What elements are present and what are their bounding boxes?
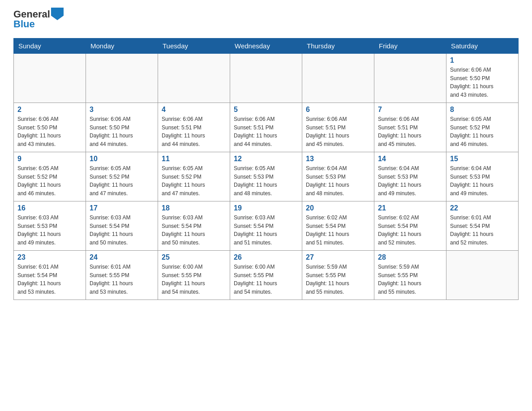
- day-info: Sunrise: 6:04 AM Sunset: 5:53 PM Dayligh…: [306, 164, 370, 197]
- day-number: 24: [90, 253, 154, 261]
- day-number: 10: [90, 155, 154, 163]
- day-number: 9: [17, 155, 82, 163]
- day-number: 20: [306, 204, 370, 212]
- day-number: 19: [234, 204, 298, 212]
- day-info: Sunrise: 6:03 AM Sunset: 5:53 PM Dayligh…: [17, 214, 82, 247]
- calendar-cell: 12Sunrise: 6:05 AM Sunset: 5:53 PM Dayli…: [230, 152, 302, 201]
- day-number: 11: [162, 155, 226, 163]
- weekday-header-wednesday: Wednesday: [230, 39, 302, 54]
- day-number: 8: [450, 106, 515, 114]
- calendar-cell: [230, 54, 302, 103]
- day-number: 13: [306, 155, 370, 163]
- day-info: Sunrise: 6:06 AM Sunset: 5:51 PM Dayligh…: [378, 115, 442, 148]
- calendar-cell: [158, 54, 230, 103]
- day-number: 21: [378, 204, 442, 212]
- calendar-cell: 22Sunrise: 6:01 AM Sunset: 5:54 PM Dayli…: [446, 201, 519, 251]
- day-number: 7: [378, 106, 442, 114]
- calendar-cell: 4Sunrise: 6:06 AM Sunset: 5:51 PM Daylig…: [158, 103, 230, 152]
- day-info: Sunrise: 6:04 AM Sunset: 5:53 PM Dayligh…: [450, 164, 515, 197]
- calendar-cell: 13Sunrise: 6:04 AM Sunset: 5:53 PM Dayli…: [302, 152, 374, 201]
- day-info: Sunrise: 6:03 AM Sunset: 5:54 PM Dayligh…: [90, 214, 154, 247]
- day-number: 18: [162, 204, 226, 212]
- day-info: Sunrise: 6:03 AM Sunset: 5:54 PM Dayligh…: [162, 214, 226, 247]
- calendar-cell: 1Sunrise: 6:06 AM Sunset: 5:50 PM Daylig…: [446, 54, 519, 103]
- calendar-cell: 20Sunrise: 6:02 AM Sunset: 5:54 PM Dayli…: [302, 201, 374, 251]
- day-number: 23: [17, 253, 82, 261]
- weekday-header-row: SundayMondayTuesdayWednesdayThursdayFrid…: [14, 39, 519, 54]
- calendar-cell: 9Sunrise: 6:05 AM Sunset: 5:52 PM Daylig…: [14, 152, 86, 201]
- day-info: Sunrise: 6:05 AM Sunset: 5:52 PM Dayligh…: [17, 164, 82, 197]
- weekday-header-monday: Monday: [86, 39, 158, 54]
- week-row-3: 9Sunrise: 6:05 AM Sunset: 5:52 PM Daylig…: [14, 152, 519, 201]
- weekday-header-tuesday: Tuesday: [158, 39, 230, 54]
- day-info: Sunrise: 6:01 AM Sunset: 5:54 PM Dayligh…: [450, 214, 515, 247]
- calendar-cell: 14Sunrise: 6:04 AM Sunset: 5:53 PM Dayli…: [374, 152, 446, 201]
- calendar-cell: [14, 54, 86, 103]
- calendar-cell: 10Sunrise: 6:05 AM Sunset: 5:52 PM Dayli…: [86, 152, 158, 201]
- weekday-header-friday: Friday: [374, 39, 446, 54]
- day-info: Sunrise: 6:06 AM Sunset: 5:51 PM Dayligh…: [306, 115, 370, 148]
- page-header: General Blue: [13, 9, 519, 30]
- day-number: 25: [162, 253, 226, 261]
- day-number: 2: [17, 106, 82, 114]
- day-number: 26: [234, 253, 298, 261]
- day-number: 1: [450, 56, 515, 64]
- weekday-header-sunday: Sunday: [14, 39, 86, 54]
- day-number: 28: [378, 253, 442, 261]
- day-info: Sunrise: 6:05 AM Sunset: 5:52 PM Dayligh…: [90, 164, 154, 197]
- weekday-header-saturday: Saturday: [446, 39, 519, 54]
- day-number: 3: [90, 106, 154, 114]
- day-info: Sunrise: 6:05 AM Sunset: 5:52 PM Dayligh…: [450, 115, 515, 148]
- calendar-cell: 24Sunrise: 6:01 AM Sunset: 5:55 PM Dayli…: [86, 251, 158, 300]
- day-number: 22: [450, 204, 515, 212]
- calendar-cell: 25Sunrise: 6:00 AM Sunset: 5:55 PM Dayli…: [158, 251, 230, 300]
- day-number: 5: [234, 106, 298, 114]
- day-info: Sunrise: 6:06 AM Sunset: 5:50 PM Dayligh…: [17, 115, 82, 148]
- calendar-cell: 15Sunrise: 6:04 AM Sunset: 5:53 PM Dayli…: [446, 152, 519, 201]
- svg-marker-0: [51, 8, 64, 20]
- calendar-cell: 8Sunrise: 6:05 AM Sunset: 5:52 PM Daylig…: [446, 103, 519, 152]
- day-info: Sunrise: 6:06 AM Sunset: 5:51 PM Dayligh…: [234, 115, 298, 148]
- calendar-table: SundayMondayTuesdayWednesdayThursdayFrid…: [13, 38, 519, 300]
- day-info: Sunrise: 6:06 AM Sunset: 5:50 PM Dayligh…: [90, 115, 154, 148]
- calendar-cell: 28Sunrise: 5:59 AM Sunset: 5:55 PM Dayli…: [374, 251, 446, 300]
- calendar-cell: 6Sunrise: 6:06 AM Sunset: 5:51 PM Daylig…: [302, 103, 374, 152]
- day-number: 17: [90, 204, 154, 212]
- calendar-cell: 7Sunrise: 6:06 AM Sunset: 5:51 PM Daylig…: [374, 103, 446, 152]
- week-row-4: 16Sunrise: 6:03 AM Sunset: 5:53 PM Dayli…: [14, 201, 519, 251]
- day-info: Sunrise: 5:59 AM Sunset: 5:55 PM Dayligh…: [378, 263, 442, 296]
- day-info: Sunrise: 6:00 AM Sunset: 5:55 PM Dayligh…: [234, 263, 298, 296]
- day-info: Sunrise: 6:05 AM Sunset: 5:53 PM Dayligh…: [234, 164, 298, 197]
- calendar-cell: 18Sunrise: 6:03 AM Sunset: 5:54 PM Dayli…: [158, 201, 230, 251]
- calendar-cell: [302, 54, 374, 103]
- calendar-cell: 2Sunrise: 6:06 AM Sunset: 5:50 PM Daylig…: [14, 103, 86, 152]
- day-info: Sunrise: 6:06 AM Sunset: 5:51 PM Dayligh…: [162, 115, 226, 148]
- calendar-cell: 27Sunrise: 5:59 AM Sunset: 5:55 PM Dayli…: [302, 251, 374, 300]
- calendar-cell: 21Sunrise: 6:02 AM Sunset: 5:54 PM Dayli…: [374, 201, 446, 251]
- day-number: 16: [17, 204, 82, 212]
- weekday-header-thursday: Thursday: [302, 39, 374, 54]
- calendar-cell: 19Sunrise: 6:03 AM Sunset: 5:54 PM Dayli…: [230, 201, 302, 251]
- day-number: 12: [234, 155, 298, 163]
- day-info: Sunrise: 6:01 AM Sunset: 5:54 PM Dayligh…: [17, 263, 82, 296]
- day-info: Sunrise: 6:01 AM Sunset: 5:55 PM Dayligh…: [90, 263, 154, 296]
- day-info: Sunrise: 6:05 AM Sunset: 5:52 PM Dayligh…: [162, 164, 226, 197]
- calendar-cell: [446, 251, 519, 300]
- calendar-cell: 3Sunrise: 6:06 AM Sunset: 5:50 PM Daylig…: [86, 103, 158, 152]
- calendar-cell: 11Sunrise: 6:05 AM Sunset: 5:52 PM Dayli…: [158, 152, 230, 201]
- day-info: Sunrise: 5:59 AM Sunset: 5:55 PM Dayligh…: [306, 263, 370, 296]
- day-number: 4: [162, 106, 226, 114]
- calendar-cell: 5Sunrise: 6:06 AM Sunset: 5:51 PM Daylig…: [230, 103, 302, 152]
- day-number: 15: [450, 155, 515, 163]
- calendar-cell: 17Sunrise: 6:03 AM Sunset: 5:54 PM Dayli…: [86, 201, 158, 251]
- logo: General Blue: [13, 9, 64, 30]
- day-number: 27: [306, 253, 370, 261]
- day-info: Sunrise: 6:04 AM Sunset: 5:53 PM Dayligh…: [378, 164, 442, 197]
- week-row-5: 23Sunrise: 6:01 AM Sunset: 5:54 PM Dayli…: [14, 251, 519, 300]
- day-info: Sunrise: 6:02 AM Sunset: 5:54 PM Dayligh…: [306, 214, 370, 247]
- week-row-2: 2Sunrise: 6:06 AM Sunset: 5:50 PM Daylig…: [14, 103, 519, 152]
- calendar-cell: [374, 54, 446, 103]
- day-info: Sunrise: 6:03 AM Sunset: 5:54 PM Dayligh…: [234, 214, 298, 247]
- day-info: Sunrise: 6:02 AM Sunset: 5:54 PM Dayligh…: [378, 214, 442, 247]
- day-info: Sunrise: 6:06 AM Sunset: 5:50 PM Dayligh…: [450, 66, 515, 99]
